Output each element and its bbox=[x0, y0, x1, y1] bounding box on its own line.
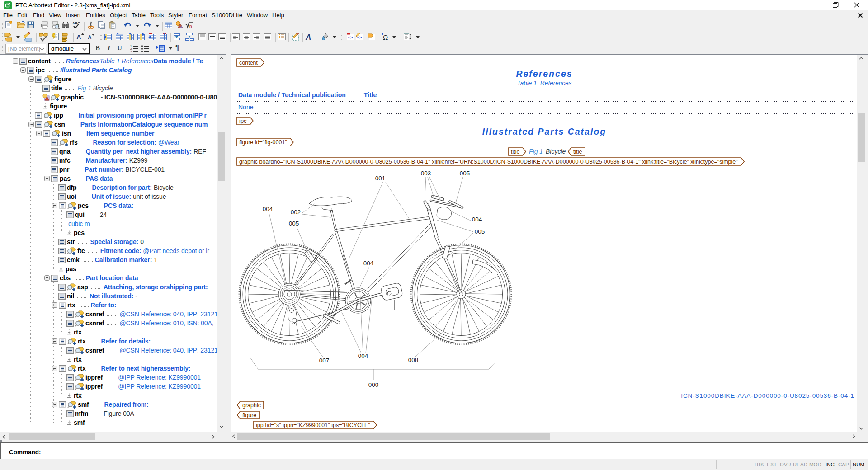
svg-text:title: title bbox=[573, 149, 582, 155]
svg-text:ipp fid="s" ippn="KZ9990001" i: ipp fid="s" ippn="KZ9990001" ips="BICYCL… bbox=[256, 422, 370, 428]
svg-text:005: 005 bbox=[475, 228, 485, 235]
svg-text:004: 004 bbox=[363, 260, 374, 267]
svg-text:figure id="fig-0001": figure id="fig-0001" bbox=[239, 139, 287, 146]
svg-text:000: 000 bbox=[368, 381, 379, 388]
svg-text:008: 008 bbox=[408, 357, 419, 363]
svg-text:Ω: Ω bbox=[383, 33, 388, 41]
svg-text:ABC: ABC bbox=[72, 21, 80, 25]
svg-text:ipc: ipc bbox=[239, 118, 247, 124]
svg-text:005: 005 bbox=[460, 170, 470, 177]
svg-text:graphic: graphic bbox=[242, 402, 261, 409]
svg-text:graphic boardno="ICN-S1000DBIK: graphic boardno="ICN-S1000DBIKE-AAA-D000… bbox=[239, 159, 738, 165]
svg-text:001: 001 bbox=[375, 175, 386, 182]
svg-text:005: 005 bbox=[289, 220, 299, 227]
svg-text:content: content bbox=[239, 60, 258, 66]
svg-text:003: 003 bbox=[421, 170, 431, 177]
svg-text:A: A bbox=[305, 33, 311, 42]
svg-text:004: 004 bbox=[358, 352, 368, 359]
svg-text:title: title bbox=[511, 149, 520, 155]
svg-text:004: 004 bbox=[263, 206, 273, 212]
svg-text:007: 007 bbox=[319, 357, 330, 364]
svg-text:figure: figure bbox=[242, 412, 256, 418]
svg-text:3: 3 bbox=[130, 50, 132, 53]
svg-text:004: 004 bbox=[472, 216, 482, 223]
svg-text:<>: <> bbox=[348, 35, 353, 40]
svg-text:002: 002 bbox=[291, 209, 301, 216]
svg-text:A: A bbox=[88, 34, 92, 41]
svg-text:A: A bbox=[76, 33, 81, 41]
svg-text:n: n bbox=[189, 24, 192, 28]
